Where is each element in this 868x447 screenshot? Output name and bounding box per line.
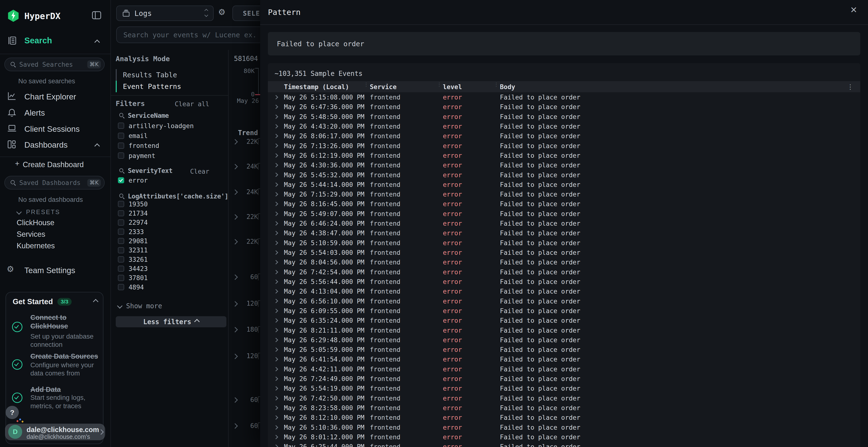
checkbox-checked[interactable] bbox=[118, 177, 124, 183]
saved-searches-field[interactable] bbox=[16, 61, 87, 68]
sample-event-row[interactable]: May 26 8:23:58.000 PMfrontenderrorFailed… bbox=[268, 403, 860, 413]
expand-chevron-icon[interactable] bbox=[268, 164, 284, 167]
sample-event-row[interactable]: May 26 8:06:17.000 PMfrontenderrorFailed… bbox=[268, 131, 860, 141]
expand-chevron-icon[interactable] bbox=[268, 377, 284, 380]
cache-size-option-37801[interactable]: 37801 bbox=[118, 274, 148, 282]
kebab-menu-icon[interactable]: ⋮ bbox=[847, 83, 854, 91]
chevron-right-icon[interactable] bbox=[232, 164, 238, 169]
sidebar-item-alerts[interactable]: Alerts bbox=[0, 107, 111, 119]
expand-chevron-icon[interactable] bbox=[268, 261, 284, 264]
sample-event-row[interactable]: May 26 7:42:50.000 PMfrontenderrorFailed… bbox=[268, 393, 860, 403]
sample-event-row[interactable]: May 26 8:12:10.000 PMfrontenderrorFailed… bbox=[268, 413, 860, 422]
chevron-right-icon[interactable] bbox=[232, 214, 238, 220]
sidebar-item-client-sessions[interactable]: Client Sessions bbox=[0, 123, 111, 136]
chevron-right-icon[interactable] bbox=[232, 139, 238, 144]
expand-chevron-icon[interactable] bbox=[268, 416, 284, 419]
sample-event-row[interactable]: May 26 5:15:08.000 PMfrontenderrorFailed… bbox=[268, 92, 860, 102]
col-level[interactable]: level bbox=[438, 83, 495, 91]
expand-chevron-icon[interactable] bbox=[268, 154, 284, 157]
presets-toggle[interactable]: PRESETS bbox=[0, 208, 111, 218]
expand-chevron-icon[interactable] bbox=[268, 358, 284, 361]
chevron-right-icon[interactable] bbox=[232, 423, 238, 429]
checkbox[interactable] bbox=[118, 152, 124, 159]
expand-chevron-icon[interactable] bbox=[268, 299, 284, 303]
expand-chevron-icon[interactable] bbox=[268, 280, 284, 283]
col-body[interactable]: Body bbox=[495, 83, 860, 91]
sample-event-row[interactable]: May 26 5:05:59.000 PMfrontenderrorFailed… bbox=[268, 345, 860, 354]
expand-chevron-icon[interactable] bbox=[268, 96, 284, 99]
sample-event-row[interactable]: May 26 4:38:47.000 PMfrontenderrorFailed… bbox=[268, 228, 860, 238]
sample-event-row[interactable]: May 26 8:04:56.000 PMfrontenderrorFailed… bbox=[268, 257, 860, 267]
create-dashboard-button[interactable]: + Create Dashboard bbox=[0, 159, 111, 170]
sample-event-row[interactable]: May 26 4:42:11.000 PMfrontenderrorFailed… bbox=[268, 364, 860, 374]
sample-event-row[interactable]: May 26 6:25:44.000 PMfrontenderrorFailed… bbox=[268, 442, 860, 447]
sample-event-row[interactable]: May 26 5:10:36.000 PMfrontenderrorFailed… bbox=[268, 422, 860, 432]
col-timestamp[interactable]: Timestamp (Local) bbox=[284, 83, 365, 91]
expand-chevron-icon[interactable] bbox=[268, 426, 284, 429]
sample-event-row[interactable]: May 26 6:09:55.000 PMfrontenderrorFailed… bbox=[268, 306, 860, 315]
sample-event-row[interactable]: May 26 5:56:44.000 PMfrontenderrorFailed… bbox=[268, 277, 860, 286]
expand-chevron-icon[interactable] bbox=[268, 397, 284, 400]
chevron-right-icon[interactable] bbox=[232, 275, 238, 280]
expand-chevron-icon[interactable] bbox=[268, 222, 284, 225]
expand-chevron-icon[interactable] bbox=[268, 241, 284, 244]
sample-event-row[interactable]: May 26 6:46:24.000 PMfrontenderrorFailed… bbox=[268, 218, 860, 228]
expand-chevron-icon[interactable] bbox=[268, 338, 284, 342]
sample-event-row[interactable]: May 26 5:54:19.000 PMfrontenderrorFailed… bbox=[268, 384, 860, 393]
cache-size-option-34423[interactable]: 34423 bbox=[118, 265, 148, 273]
sidebar-item-chart-explorer[interactable]: Chart Explorer bbox=[0, 91, 111, 104]
servicename-option-email[interactable]: email bbox=[118, 132, 148, 140]
expand-chevron-icon[interactable] bbox=[268, 329, 284, 332]
expand-chevron-icon[interactable] bbox=[268, 105, 284, 108]
checkbox[interactable] bbox=[118, 229, 124, 235]
get-started-item-title[interactable]: Add Data bbox=[30, 385, 100, 394]
checkbox[interactable] bbox=[118, 238, 124, 244]
sidebar-preset-clickhouse[interactable]: ClickHouse bbox=[17, 218, 55, 227]
sample-event-row[interactable]: May 26 5:49:07.000 PMfrontenderrorFailed… bbox=[268, 209, 860, 218]
get-started-item-title[interactable]: Create Data Sources bbox=[30, 352, 100, 361]
chevron-right-icon[interactable] bbox=[232, 301, 238, 306]
sidebar-item-dashboards[interactable]: Dashboards bbox=[0, 139, 111, 152]
sidebar-item-search[interactable]: Search bbox=[0, 35, 111, 49]
expand-chevron-icon[interactable] bbox=[268, 348, 284, 351]
sample-event-row[interactable]: May 26 6:12:19.000 PMfrontenderrorFailed… bbox=[268, 150, 860, 160]
checkbox[interactable] bbox=[118, 201, 124, 207]
expand-chevron-icon[interactable] bbox=[268, 173, 284, 176]
expand-chevron-icon[interactable] bbox=[268, 134, 284, 138]
chevron-right-icon[interactable] bbox=[232, 398, 238, 403]
servicename-option-artillery-loadgen[interactable]: artillery-loadgen bbox=[118, 122, 194, 130]
sample-event-row[interactable]: May 26 4:30:36.000 PMfrontenderrorFailed… bbox=[268, 161, 860, 170]
checkbox[interactable] bbox=[118, 266, 124, 272]
expand-chevron-icon[interactable] bbox=[268, 251, 284, 254]
col-service[interactable]: Service bbox=[365, 83, 438, 91]
cache-size-option-21734[interactable]: 21734 bbox=[118, 209, 148, 217]
checkbox[interactable] bbox=[118, 219, 124, 226]
mode-event-patterns[interactable]: Event Patterns bbox=[116, 81, 181, 92]
checkbox[interactable] bbox=[118, 256, 124, 263]
sample-event-row[interactable]: May 26 6:56:10.000 PMfrontenderrorFailed… bbox=[268, 296, 860, 306]
sidebar-preset-services[interactable]: Services bbox=[17, 230, 45, 239]
expand-chevron-icon[interactable] bbox=[268, 445, 284, 447]
sample-event-row[interactable]: May 26 5:48:50.000 PMfrontenderrorFailed… bbox=[268, 112, 860, 122]
cache-size-option-4894[interactable]: 4894 bbox=[118, 283, 144, 291]
sample-event-row[interactable]: May 26 6:41:54.000 PMfrontenderrorFailed… bbox=[268, 354, 860, 364]
source-select[interactable]: Logs bbox=[116, 5, 214, 21]
clear-all-button[interactable]: Clear all bbox=[166, 100, 209, 108]
cache-size-option-19350[interactable]: 19350 bbox=[118, 200, 148, 208]
sidebar-item-team-settings[interactable]: ⚙ Team Settings bbox=[0, 264, 111, 276]
help-button[interactable]: ? bbox=[5, 406, 19, 419]
sample-event-row[interactable]: May 26 7:24:49.000 PMfrontenderrorFailed… bbox=[268, 374, 860, 383]
chevron-right-icon[interactable] bbox=[232, 327, 238, 332]
expand-chevron-icon[interactable] bbox=[268, 436, 284, 439]
checkbox[interactable] bbox=[118, 210, 124, 216]
checkbox[interactable] bbox=[118, 143, 124, 149]
expand-chevron-icon[interactable] bbox=[268, 290, 284, 293]
sample-event-row[interactable]: May 26 7:13:26.000 PMfrontenderrorFailed… bbox=[268, 141, 860, 150]
less-filters-button[interactable]: Less filters bbox=[116, 316, 226, 327]
expand-chevron-icon[interactable] bbox=[268, 232, 284, 235]
expand-chevron-icon[interactable] bbox=[268, 309, 284, 312]
cache-size-option-22974[interactable]: 22974 bbox=[118, 219, 148, 227]
sample-event-row[interactable]: May 26 8:21:11.000 PMfrontenderrorFailed… bbox=[268, 325, 860, 335]
expand-chevron-icon[interactable] bbox=[268, 193, 284, 196]
sample-event-row[interactable]: May 26 8:16:45.000 PMfrontenderrorFailed… bbox=[268, 199, 860, 209]
